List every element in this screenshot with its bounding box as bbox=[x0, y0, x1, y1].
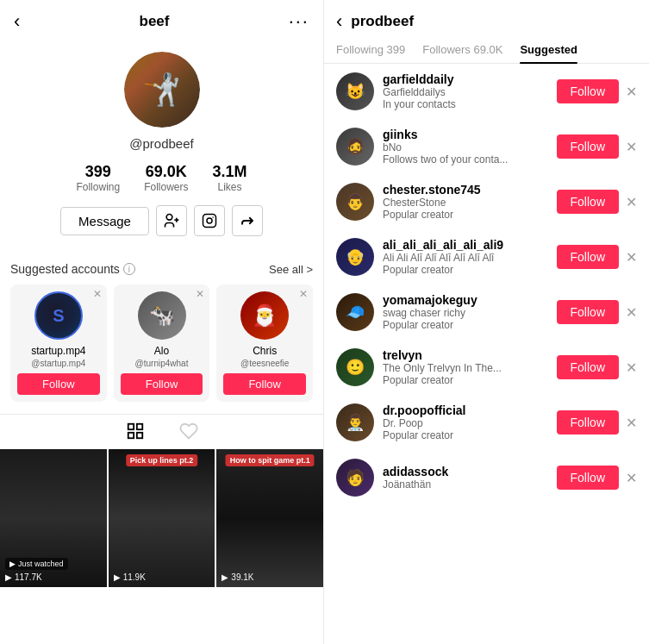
list-handle-2: bNo bbox=[383, 141, 548, 153]
video-badge-2: Pick up lines pt.2 bbox=[126, 454, 198, 466]
video-count-1: 117.7K bbox=[15, 572, 42, 582]
list-handle-1: Garfielddailys bbox=[383, 86, 548, 98]
suggested-accounts-section: Suggested accounts i See all > ✕ S start… bbox=[0, 262, 323, 402]
list-info-5: yomamajokeguy swag chaser richy Popular … bbox=[383, 293, 548, 331]
info-icon[interactable]: i bbox=[123, 263, 135, 275]
list-actions-2: Follow ✕ bbox=[557, 134, 637, 159]
list-info-1: garfielddaily Garfielddailys In your con… bbox=[383, 72, 548, 110]
follow-button-2[interactable]: Follow bbox=[557, 134, 619, 159]
list-info-2: giinks bNo Follows two of your conta... bbox=[383, 128, 548, 166]
list-avatar-3: 👨 bbox=[336, 183, 374, 221]
instagram-button[interactable] bbox=[194, 205, 225, 236]
follow-button-8[interactable]: Follow bbox=[557, 466, 619, 490]
dismiss-button-6[interactable]: ✕ bbox=[626, 360, 637, 376]
suggested-card-3: ✕ 🎅 Chris @teesneefie Follow bbox=[216, 284, 313, 402]
video-thumb-2[interactable]: Pick up lines pt.2 ▶ 11.9K bbox=[109, 449, 215, 587]
grid-tab[interactable] bbox=[126, 422, 145, 446]
card-follow-button-1[interactable]: Follow bbox=[17, 373, 100, 395]
list-actions-3: Follow ✕ bbox=[557, 190, 637, 214]
video-thumb-1[interactable]: ▶Just watched ▶ 117.7K bbox=[0, 449, 107, 587]
avatar: 🤺 bbox=[124, 52, 200, 128]
add-friend-button[interactable] bbox=[156, 205, 187, 236]
list-sub-3: Popular creator bbox=[383, 209, 548, 221]
share-icon bbox=[240, 213, 255, 228]
card-follow-button-2[interactable]: Follow bbox=[121, 373, 203, 395]
following-stat: 399 Following bbox=[76, 163, 120, 193]
just-watched-badge: ▶Just watched bbox=[5, 558, 68, 570]
follow-button-7[interactable]: Follow bbox=[557, 410, 619, 435]
follow-button-5[interactable]: Follow bbox=[557, 300, 619, 324]
list-avatar-2: 🧔 bbox=[336, 128, 374, 166]
dismiss-button-7[interactable]: ✕ bbox=[626, 415, 637, 431]
follow-button-1[interactable]: Follow bbox=[557, 79, 619, 103]
list-avatar-5: 🧢 bbox=[336, 293, 374, 331]
card-follow-button-3[interactable]: Follow bbox=[223, 373, 306, 395]
grid-icon bbox=[126, 422, 145, 441]
list-info-8: adidassock Joänathän bbox=[383, 465, 548, 491]
suggested-header: Suggested accounts i See all > bbox=[10, 262, 313, 276]
list-avatar-1: 😺 bbox=[336, 72, 374, 110]
see-all-link[interactable]: See all > bbox=[269, 263, 313, 276]
svg-point-0 bbox=[166, 215, 172, 221]
right-page-title: prodbeef bbox=[351, 13, 414, 30]
right-back-button[interactable]: ‹ bbox=[336, 10, 342, 33]
svg-rect-6 bbox=[128, 424, 133, 429]
card-close-2[interactable]: ✕ bbox=[196, 288, 204, 300]
suggested-card-1: ✕ S startup.mp4 @startup.mp4 Follow bbox=[10, 284, 107, 402]
card-handle-2: @turnip4what bbox=[121, 359, 203, 368]
list-sub-6: Popular creator bbox=[383, 374, 548, 386]
instagram-icon bbox=[202, 213, 217, 228]
list-handle-4: Ali Ali Alī Alī Alī Alī Alī Alī bbox=[383, 252, 548, 264]
suggested-cards: ✕ S startup.mp4 @startup.mp4 Follow ✕ 🐄 … bbox=[10, 284, 313, 402]
dismiss-button-3[interactable]: ✕ bbox=[626, 194, 637, 210]
followers-stat: 69.0K Followers bbox=[144, 163, 188, 193]
video-count-2: 11.9K bbox=[123, 572, 146, 582]
list-name-7: dr.poopofficial bbox=[383, 403, 548, 417]
list-item: 🧔 giinks bNo Follows two of your conta..… bbox=[324, 119, 649, 174]
follow-button-4[interactable]: Follow bbox=[557, 245, 619, 269]
list-actions-4: Follow ✕ bbox=[557, 245, 637, 269]
card-avatar-3: 🎅 bbox=[240, 291, 289, 340]
list-sub-4: Popular creator bbox=[383, 264, 548, 276]
likes-stat: 3.1M Likes bbox=[213, 163, 247, 193]
list-name-4: ali_ali_ali_ali_ali_ali9 bbox=[383, 238, 548, 252]
dismiss-button-8[interactable]: ✕ bbox=[626, 470, 637, 486]
dismiss-button-4[interactable]: ✕ bbox=[626, 249, 637, 266]
suggested-card-2: ✕ 🐄 Alo @turnip4what Follow bbox=[114, 284, 210, 402]
card-close-1[interactable]: ✕ bbox=[93, 288, 102, 300]
left-panel: ‹ beef ··· 🤺 @prodbeef 399 Following 69.… bbox=[0, 0, 324, 644]
more-options-button[interactable]: ··· bbox=[289, 10, 309, 33]
dismiss-button-5[interactable]: ✕ bbox=[626, 304, 637, 321]
likes-count: 3.1M bbox=[213, 163, 247, 181]
tab-followers[interactable]: Followers 69.0K bbox=[422, 43, 502, 63]
followers-count: 69.0K bbox=[146, 163, 187, 181]
follow-button-6[interactable]: Follow bbox=[557, 355, 619, 379]
video-count-3: 39.1K bbox=[231, 572, 253, 582]
list-item: 😺 garfielddaily Garfielddailys In your c… bbox=[324, 64, 649, 119]
card-close-3[interactable]: ✕ bbox=[299, 288, 308, 300]
tab-suggested[interactable]: Suggested bbox=[520, 43, 577, 63]
message-button[interactable]: Message bbox=[60, 207, 149, 235]
list-item: 👨 chester.stone745 ChesterStone Popular … bbox=[324, 174, 649, 229]
dismiss-button-2[interactable]: ✕ bbox=[626, 139, 637, 155]
list-item: 🧑 adidassock Joänathän Follow ✕ bbox=[324, 450, 649, 505]
heart-tab[interactable] bbox=[179, 422, 198, 446]
list-sub-5: Popular creator bbox=[383, 319, 548, 331]
share-button[interactable] bbox=[232, 205, 263, 236]
follow-button-3[interactable]: Follow bbox=[557, 190, 619, 214]
left-header: ‹ beef ··· bbox=[0, 0, 323, 43]
list-avatar-6: 🙂 bbox=[336, 348, 374, 386]
list-name-6: trelvyn bbox=[383, 348, 548, 362]
list-info-4: ali_ali_ali_ali_ali_ali9 Ali Ali Alī Alī… bbox=[383, 238, 548, 276]
video-badge-3: How to spit game pt.1 bbox=[226, 454, 315, 466]
video-tabs bbox=[0, 415, 323, 449]
page-title: beef bbox=[140, 13, 170, 30]
video-grid: ▶Just watched ▶ 117.7K Pick up lines pt.… bbox=[0, 449, 323, 644]
list-avatar-4: 👴 bbox=[336, 238, 374, 276]
followers-label: Followers bbox=[144, 181, 188, 193]
dismiss-button-1[interactable]: ✕ bbox=[626, 84, 637, 100]
video-thumb-3[interactable]: How to spit game pt.1 ▶ 39.1K bbox=[216, 449, 323, 587]
back-button[interactable]: ‹ bbox=[14, 10, 20, 33]
tab-following[interactable]: Following 399 bbox=[336, 43, 405, 63]
list-avatar-8: 🧑 bbox=[336, 459, 374, 497]
